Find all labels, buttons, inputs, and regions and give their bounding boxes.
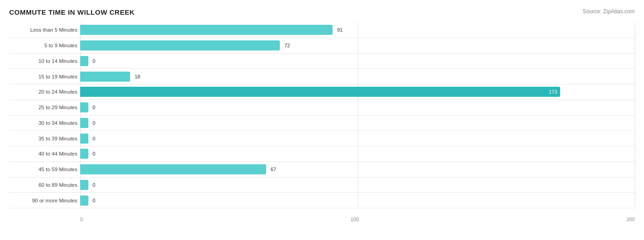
bar-fill [80,102,88,112]
chart-source: Source: ZipAtlas.com [583,8,635,15]
bar-value: 0 [93,198,95,203]
bar-row: 60 to 89 Minutes0 [9,178,635,193]
bar-label: 10 to 14 Minutes [9,58,80,64]
chart-header: COMMUTE TIME IN WILLOW CREEK Source: Zip… [9,8,635,16]
bar-label: 90 or more Minutes [9,198,80,203]
bar-value: 0 [93,136,95,141]
bar-value: 0 [93,58,95,64]
bar-track: 0 [80,134,635,144]
bar-label: 5 to 9 Minutes [9,43,80,48]
bar-fill [80,56,88,66]
bar-label: 15 to 19 Minutes [9,74,80,79]
x-axis-tick: 200 [627,217,635,222]
bar-row: 20 to 24 Minutes173 [9,84,635,100]
bar-label: 25 to 29 Minutes [9,105,80,110]
bar-fill [80,72,130,82]
chart-container: COMMUTE TIME IN WILLOW CREEK Source: Zip… [0,0,644,240]
bar-fill [80,118,88,128]
bar-value: 173 [549,89,557,95]
bar-value: 72 [284,43,290,48]
bar-track: 0 [80,56,635,66]
bar-fill [80,195,88,206]
bar-fill [80,25,333,35]
bar-track: 0 [80,118,635,128]
bar-fill [80,164,266,174]
bar-track: 0 [80,102,635,112]
chart-title: COMMUTE TIME IN WILLOW CREEK [9,8,135,16]
bar-row: 45 to 59 Minutes67 [9,162,635,178]
bar-value: 0 [93,182,95,188]
bar-track: 67 [80,164,635,174]
bar-track: 72 [80,40,635,50]
bar-row: Less than 5 Minutes91 [9,22,635,38]
bar-label: 40 to 44 Minutes [9,151,80,156]
bar-fill [80,40,280,50]
bar-label: 20 to 24 Minutes [9,89,80,95]
bar-fill [80,180,88,190]
bar-fill [80,134,88,144]
bar-fill: 173 [80,87,560,97]
bar-label: 45 to 59 Minutes [9,167,80,172]
bar-row: 15 to 19 Minutes18 [9,69,635,84]
bars-area: Less than 5 Minutes915 to 9 Minutes7210 … [9,22,635,208]
bar-value: 67 [271,167,276,172]
bar-track: 18 [80,72,635,82]
bar-label: Less than 5 Minutes [9,27,80,33]
bar-track: 0 [80,180,635,190]
bar-value: 91 [337,27,343,33]
bar-row: 40 to 44 Minutes0 [9,146,635,162]
bar-value: 0 [93,151,95,156]
bar-track: 91 [80,25,635,35]
bar-row: 35 to 39 Minutes0 [9,131,635,146]
x-axis: 0100200 [80,217,635,222]
x-axis-tick: 0 [80,217,83,222]
bar-track: 0 [80,149,635,159]
bar-row: 90 or more Minutes0 [9,193,635,208]
bar-track: 173 [80,87,635,97]
bar-label: 35 to 39 Minutes [9,136,80,141]
bar-row: 10 to 14 Minutes0 [9,54,635,69]
bar-label: 60 to 89 Minutes [9,182,80,188]
bar-row: 30 to 34 Minutes0 [9,116,635,131]
chart-body: Less than 5 Minutes915 to 9 Minutes7210 … [9,22,635,208]
bar-value: 0 [93,120,95,126]
bar-row: 5 to 9 Minutes72 [9,38,635,54]
x-axis-tick: 100 [350,217,359,222]
bar-value: 18 [135,74,140,79]
bar-track: 0 [80,195,635,206]
bar-label: 30 to 34 Minutes [9,120,80,126]
bar-fill [80,149,88,159]
bar-value: 0 [93,105,95,110]
bar-row: 25 to 29 Minutes0 [9,100,635,116]
